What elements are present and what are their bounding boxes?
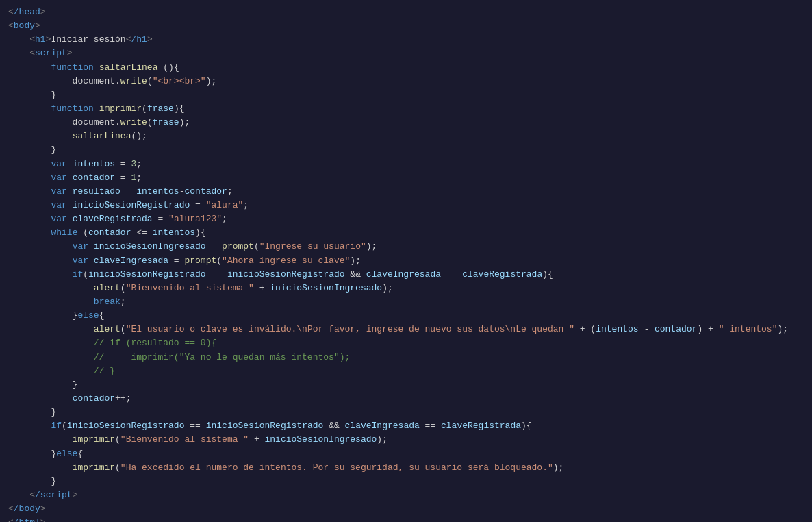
code-editor: </head> <body> <h1>Iniciar sesión</h1> <… [0,0,812,522]
code-line-8: function imprimir(frase){ [0,102,812,116]
code-line-18: var inicioSesionIngresado = prompt("Ingr… [0,240,812,253]
code-line-37: </body> [0,502,812,516]
code-line-20: if(inicioSesionRegistrado == inicioSesio… [0,268,812,282]
code-line-11: } [0,143,812,157]
code-line-16: var claveRegistrada = "alura123"; [0,212,812,226]
code-line-38: </html> [0,516,812,522]
code-line-36: </script> [0,488,812,502]
code-line-10: saltarLinea(); [0,129,812,143]
code-line-13: var contador = 1; [0,171,812,185]
code-line-22: break; [0,295,812,309]
code-line-32: imprimir("Bienvenido al sistema " + inic… [0,433,812,447]
code-line-19: var claveIngresada = prompt("Ahora ingre… [0,254,812,268]
code-line-7: } [0,88,812,102]
code-line-14: var resultado = intentos-contador; [0,185,812,199]
code-line-6: document.write("<br><br>"); [0,75,812,88]
code-line-27: // } [0,364,812,378]
code-line-2: <body> [0,19,812,33]
code-line-4: <script> [0,47,812,60]
code-line-15: var inicioSesionRegistrado = "alura"; [0,199,812,212]
code-line-23: }else{ [0,309,812,323]
code-line-34: imprimir("Ha excedido el número de inten… [0,461,812,475]
code-line-1: </head> [0,5,812,19]
code-line-5: function saltarLinea (){ [0,61,812,75]
code-line-12: var intentos = 3; [0,158,812,171]
code-line-29: contador++; [0,392,812,406]
code-line-31: if(inicioSesionRegistrado == inicioSesio… [0,419,812,433]
code-line-30: } [0,406,812,419]
code-line-24: alert("El usuario o clave es inválido.\n… [0,323,812,336]
code-line-3: <h1>Iniciar sesión</h1> [0,33,812,47]
code-line-28: } [0,378,812,392]
code-line-26: // imprimir("Ya no le quedan más intento… [0,351,812,364]
code-line-21: alert("Bienvenido al sistema " + inicioS… [0,282,812,295]
code-line-17: while (contador <= intentos){ [0,226,812,240]
code-line-9: document.write(frase); [0,116,812,129]
code-line-35: } [0,475,812,488]
code-line-25: // if (resultado == 0){ [0,336,812,350]
code-line-33: }else{ [0,447,812,461]
